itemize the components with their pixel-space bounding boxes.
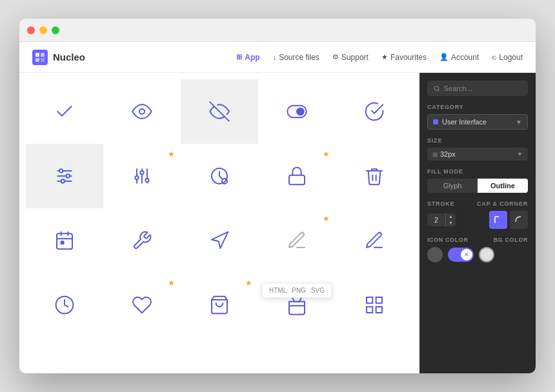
size-icon: ⊞ [432, 151, 438, 158]
favourite-star: ★ [323, 150, 330, 159]
size-chevron-icon: ▼ [517, 151, 523, 157]
icon-sliders-v[interactable]: ★ [103, 144, 181, 208]
icon-clock-settings[interactable] [181, 144, 258, 208]
icon-megaphone[interactable] [181, 208, 258, 273]
search-input[interactable] [444, 84, 521, 92]
cap-round-button[interactable] [510, 211, 528, 229]
favourite-star: ★ [168, 279, 175, 288]
popup-html[interactable]: HTML [269, 287, 287, 294]
logout-icon: ⎋ [492, 54, 496, 61]
svg-rect-28 [61, 241, 64, 244]
support-icon: ⚙ [332, 53, 339, 61]
category-select[interactable]: User Interface ▼ [427, 114, 528, 130]
stroke-up-arrow[interactable]: ▲ [446, 213, 456, 220]
svg-rect-24 [57, 233, 72, 249]
svg-line-22 [226, 179, 227, 180]
logo-text: Nucleo [53, 52, 85, 63]
icon-toggle[interactable] [258, 79, 336, 144]
icon-basket[interactable] [258, 273, 336, 337]
popup-svg[interactable]: SVG [311, 287, 325, 294]
nav-logout[interactable]: ⎋ Logout [492, 53, 523, 62]
svg-line-37 [438, 90, 439, 91]
fill-mode-glyph[interactable]: Glyph [427, 179, 478, 193]
icon-shopping-bag[interactable]: ★ [103, 273, 181, 337]
cap-corner-group [489, 211, 528, 229]
svg-point-7 [297, 108, 304, 115]
close-button[interactable] [27, 26, 35, 34]
icon-checkmark[interactable] [26, 79, 103, 144]
logo: Nucleo [32, 50, 85, 65]
icon-grid-area: ★ ★ [19, 73, 419, 373]
fill-mode-section: FILL MODE Glyph Outline [427, 168, 528, 193]
nav-account[interactable]: 👤 Account [439, 53, 479, 62]
search-box[interactable] [427, 81, 528, 96]
star-icon: ★ [381, 53, 388, 61]
svg-point-13 [61, 179, 65, 182]
icon-wrench[interactable] [103, 208, 181, 273]
icon-lock[interactable]: ★ [258, 144, 336, 208]
cap-square-button[interactable] [489, 211, 507, 229]
bg-color-label: BG COLOR [494, 237, 528, 243]
svg-rect-34 [367, 307, 372, 313]
svg-rect-35 [376, 307, 382, 313]
maximize-button[interactable] [52, 26, 59, 34]
svg-rect-1 [41, 53, 45, 57]
icon-edit-popup[interactable]: ★ HTML PNG SVG [258, 208, 336, 273]
user-icon: 👤 [439, 53, 449, 61]
svg-point-19 [145, 179, 148, 182]
fill-mode-outline[interactable]: Outline [478, 179, 528, 193]
icon-clock2[interactable] [26, 273, 103, 337]
favourite-star: ★ [323, 214, 330, 223]
icon-edit-pencil[interactable] [336, 208, 413, 273]
svg-rect-3 [41, 58, 45, 62]
nav-support[interactable]: ⚙ Support [332, 53, 368, 62]
size-label: SIZE [427, 137, 528, 144]
icon-eye-slash[interactable] [181, 79, 258, 144]
fill-mode-label: FILL MODE [427, 168, 528, 175]
icon-color-swatch-dark[interactable] [427, 247, 443, 262]
stroke-input[interactable]: 2 ▲ ▼ [427, 213, 456, 227]
icon-color-label: ICON COLOR [427, 237, 469, 243]
app-icon: ⊞ [236, 53, 242, 61]
titlebar [19, 19, 536, 42]
svg-point-11 [59, 169, 63, 172]
icon-eye[interactable] [103, 79, 181, 144]
nav-favourites[interactable]: ★ Favourites [381, 53, 427, 62]
main-area: ★ ★ [19, 73, 536, 373]
bg-color-swatch-white[interactable] [479, 247, 494, 262]
svg-point-4 [139, 109, 145, 114]
category-section: CATEGORY User Interface ▼ [427, 104, 528, 130]
icon-sliders-h[interactable] [26, 144, 103, 208]
popup-png[interactable]: PNG [292, 287, 306, 294]
icon-grid: ★ ★ [26, 79, 413, 337]
size-select[interactable]: ⊞ 32px ▼ [427, 148, 528, 161]
logo-icon [32, 50, 48, 65]
chevron-down-icon: ▼ [516, 119, 522, 126]
icon-color-toggle[interactable]: ✕ [448, 248, 474, 262]
icon-calendar[interactable] [26, 208, 103, 273]
svg-rect-23 [289, 175, 305, 185]
app-window: Nucleo ⊞ App ↓ Source files ⚙ Support ★ … [19, 19, 536, 373]
colors-section: ICON COLOR BG COLOR ✕ [427, 237, 528, 262]
stroke-down-arrow[interactable]: ▼ [446, 220, 456, 226]
stroke-section: STROKE CAP & CORNER 2 ▲ ▼ [427, 201, 528, 229]
app-content: Nucleo ⊞ App ↓ Source files ⚙ Support ★ … [19, 42, 536, 373]
nav-app[interactable]: ⊞ App [236, 53, 259, 62]
nav-links: ⊞ App ↓ Source files ⚙ Support ★ Favouri… [236, 53, 523, 62]
toggle-knob: ✕ [461, 249, 472, 260]
cap-corner-label: CAP & CORNER [477, 201, 528, 207]
category-label: CATEGORY [427, 104, 528, 110]
icon-trash[interactable] [336, 144, 413, 208]
stroke-label: STROKE [427, 201, 454, 207]
icon-shopping-bag2[interactable]: ★ [181, 273, 258, 337]
svg-rect-0 [35, 53, 39, 57]
nav-source-files[interactable]: ↓ Source files [273, 53, 319, 62]
favourite-star: ★ [168, 150, 175, 159]
minimize-button[interactable] [39, 26, 47, 34]
icon-check-circle[interactable] [336, 79, 413, 144]
icon-popup: HTML PNG SVG [262, 283, 332, 298]
category-dot [433, 119, 438, 124]
svg-point-17 [135, 176, 138, 179]
search-icon [434, 85, 440, 92]
icon-grid[interactable] [336, 273, 413, 337]
